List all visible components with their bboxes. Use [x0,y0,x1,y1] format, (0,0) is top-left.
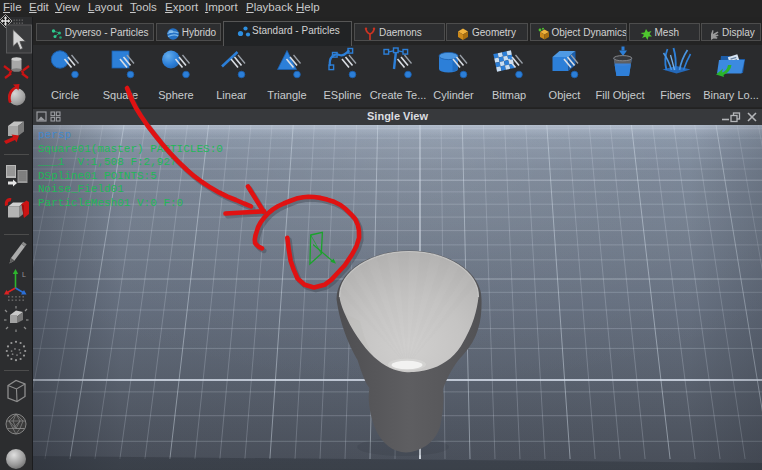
svg-text:L: L [22,271,26,278]
